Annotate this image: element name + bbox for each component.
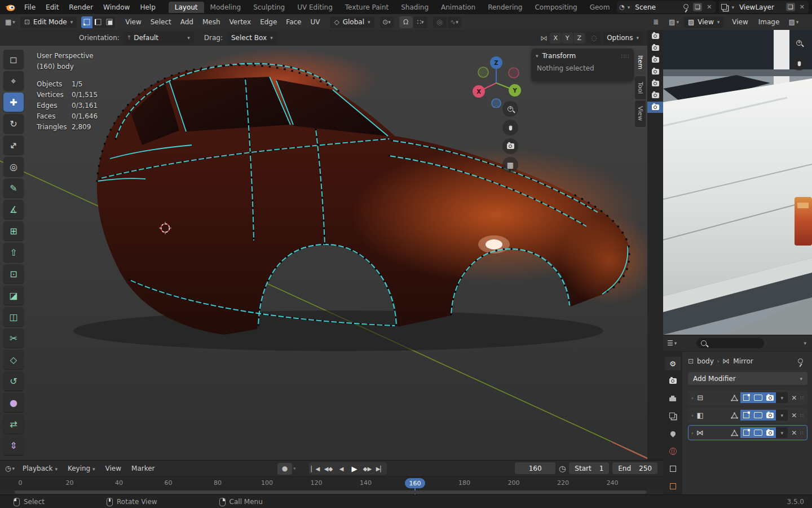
- snap-base-button[interactable]: ◌: [587, 32, 601, 44]
- viewport-menu-face[interactable]: Face: [281, 16, 306, 28]
- timeline-editor-type-button[interactable]: ◷▾: [2, 463, 17, 474]
- render-toggle[interactable]: [764, 410, 776, 421]
- next-keyframe-button[interactable]: ◆▶: [361, 462, 374, 475]
- render-toggle[interactable]: [764, 427, 776, 438]
- on-cage-toggle[interactable]: [729, 427, 740, 438]
- image-editor[interactable]: [663, 30, 812, 335]
- mirror-axis-z-toggle[interactable]: Z: [573, 33, 585, 43]
- image-zoom-button[interactable]: [792, 36, 806, 50]
- viewport-menu-uv[interactable]: UV: [306, 16, 324, 28]
- car-mesh[interactable]: [97, 49, 647, 335]
- frame-end-field[interactable]: End 250: [612, 462, 657, 474]
- outliner-row-1[interactable]: [647, 30, 663, 42]
- pin-id-button[interactable]: [798, 358, 803, 364]
- vertex-select-button[interactable]: [81, 16, 92, 28]
- image-pan-button[interactable]: [792, 56, 806, 71]
- zoom-button[interactable]: [502, 101, 518, 117]
- tool-transform[interactable]: ◎: [3, 157, 24, 176]
- pan-button[interactable]: [502, 120, 518, 135]
- modifier-extras-button[interactable]: ▾: [776, 427, 788, 438]
- tool-scale[interactable]: ↔: [3, 135, 24, 155]
- workspace-tab-geometry-nodes[interactable]: Geometry Nodes: [584, 2, 610, 13]
- axis-minus-y-ball[interactable]: [478, 67, 488, 77]
- outliner-row-6[interactable]: [647, 90, 663, 101]
- transform-orientation-selector[interactable]: ◇ Global ▾: [330, 16, 374, 28]
- breadcrumb-object[interactable]: body: [697, 357, 714, 365]
- workspace-tab-modeling[interactable]: Modeling: [204, 2, 248, 13]
- workspace-tab-shading[interactable]: Shading: [395, 2, 435, 13]
- workspace-tab-animation[interactable]: Animation: [435, 2, 482, 13]
- tool-spin[interactable]: ↺: [3, 371, 24, 391]
- tool-cursor[interactable]: ⌖: [3, 71, 24, 90]
- scene-selector[interactable]: ◔▾ Scene ❏ ✕: [617, 1, 716, 13]
- properties-options-button[interactable]: ▾: [804, 340, 806, 346]
- mirror-axis-x-toggle[interactable]: X: [550, 33, 561, 43]
- workspace-tab-texture-paint[interactable]: Texture Paint: [339, 2, 395, 13]
- orientation-setting-dropdown[interactable]: ⤒ Default ▾: [124, 32, 194, 44]
- editor-type-button[interactable]: ▦▾: [2, 17, 18, 27]
- perspective-toggle-button[interactable]: ▦: [502, 157, 518, 173]
- expand-modifier-icon[interactable]: ›: [691, 430, 694, 436]
- current-frame-field[interactable]: 160: [515, 462, 555, 474]
- outliner-row-2[interactable]: [647, 42, 663, 54]
- workspace-tab-uv-editing[interactable]: UV Editing: [291, 2, 339, 13]
- tool-loop-cut[interactable]: ◫: [3, 307, 24, 326]
- new-scene-button[interactable]: ❏: [693, 3, 702, 11]
- edit-mode-toggle[interactable]: [740, 392, 752, 403]
- properties-tab-scene[interactable]: [665, 427, 681, 440]
- add-modifier-button[interactable]: Add Modifier ▾: [688, 372, 807, 385]
- properties-tab-render[interactable]: [665, 374, 681, 388]
- edge-select-button[interactable]: [92, 16, 104, 28]
- tool-options-dropdown[interactable]: Options ▾: [603, 32, 643, 44]
- play-button[interactable]: ▶: [348, 462, 361, 475]
- playhead[interactable]: 160: [405, 478, 425, 488]
- tool-rotate[interactable]: ↻: [3, 114, 24, 133]
- mode-selector[interactable]: ⊡ Edit Mode ▾: [20, 16, 77, 28]
- axis-minus-z-ball[interactable]: [492, 99, 501, 108]
- face-select-button[interactable]: [104, 16, 115, 28]
- frame-start-field[interactable]: Start 1: [569, 462, 609, 474]
- scene-name[interactable]: Scene: [633, 3, 679, 11]
- menu-help[interactable]: Help: [135, 2, 160, 13]
- mirror-axis-y-toggle[interactable]: Y: [562, 33, 573, 43]
- viewport-menu-view[interactable]: View: [121, 16, 145, 28]
- play-reverse-button[interactable]: ◀: [335, 462, 348, 475]
- image-mode-selector[interactable]: ▨ View ▾: [684, 16, 723, 28]
- auto-keying-toggle[interactable]: ●: [277, 463, 292, 475]
- sidebar-tab-view[interactable]: View: [635, 100, 646, 126]
- timeline-ruler[interactable]: 160 020406080100120140160180200220240: [0, 476, 663, 490]
- realtime-toggle[interactable]: [752, 392, 764, 403]
- outliner-row-5[interactable]: [647, 78, 663, 89]
- tool-bevel[interactable]: ◪: [3, 286, 24, 305]
- image-datablock-button[interactable]: ▨▾: [785, 17, 801, 27]
- tool-knife[interactable]: ✂: [3, 329, 24, 348]
- snap-target-button[interactable]: ∷▾: [414, 16, 427, 28]
- sidebar-tab-item[interactable]: Item: [635, 50, 646, 75]
- tool-edge-slide[interactable]: ⇄: [3, 414, 24, 433]
- proportional-falloff-button[interactable]: ∿▾: [448, 16, 461, 28]
- viewlayer-selector[interactable]: ▾ ViewLayer ❏ ✕: [719, 1, 809, 13]
- outliner-row-7[interactable]: [647, 102, 663, 113]
- timeline-scrollbar[interactable]: [15, 491, 646, 494]
- new-viewlayer-button[interactable]: ❏: [786, 3, 795, 11]
- render-toggle[interactable]: [764, 392, 776, 403]
- menu-window[interactable]: Window: [98, 2, 135, 13]
- timeline-menu-view[interactable]: View: [100, 463, 126, 474]
- timeline-menu-keying[interactable]: Keying ▾: [63, 463, 100, 474]
- tool-move[interactable]: ✚: [3, 93, 24, 112]
- outliner-editor-button[interactable]: ≣: [650, 17, 661, 27]
- modifier-drag-handle[interactable]: ∷: [800, 430, 804, 436]
- drag-setting-dropdown[interactable]: Select Box ▾: [227, 32, 277, 44]
- keying-popover-button[interactable]: ▾: [293, 466, 296, 471]
- properties-editor-type-button[interactable]: ☰▾: [664, 338, 679, 348]
- tool-extrude-region[interactable]: ⇧: [3, 243, 24, 262]
- image-editor-type-button[interactable]: ▨▾: [666, 17, 682, 27]
- collapse-panel-icon[interactable]: ▾: [536, 53, 539, 59]
- viewport-menu-edge[interactable]: Edge: [255, 16, 281, 28]
- properties-tab-world[interactable]: [665, 444, 681, 458]
- modifier-extras-button[interactable]: ▾: [776, 410, 788, 421]
- panel-grip-icon[interactable]: ∷∷: [621, 53, 629, 59]
- delete-scene-button[interactable]: ✕: [705, 3, 713, 11]
- outliner-row-3[interactable]: [647, 54, 663, 65]
- viewport-menu-mesh[interactable]: Mesh: [198, 16, 225, 28]
